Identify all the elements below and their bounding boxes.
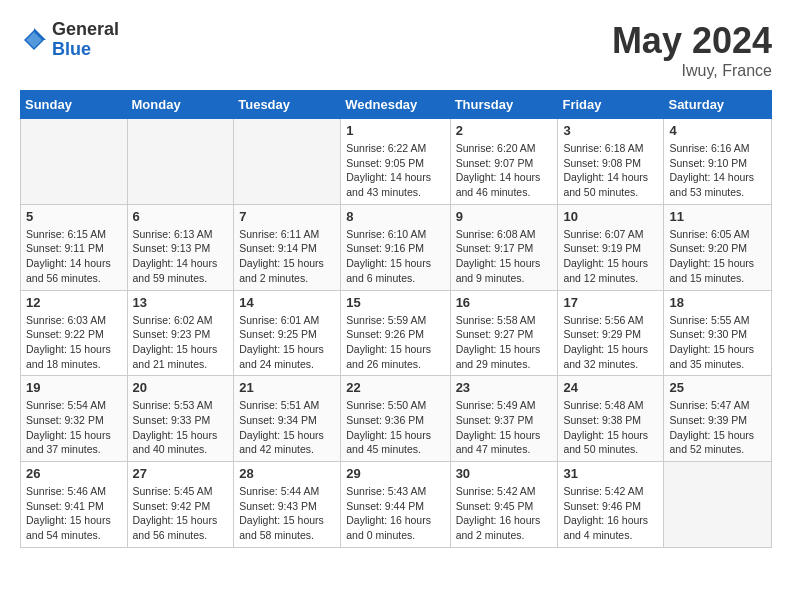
day-number: 14 — [239, 295, 335, 310]
day-info: Sunrise: 6:15 AMSunset: 9:11 PMDaylight:… — [26, 227, 122, 286]
day-info: Sunrise: 5:47 AMSunset: 9:39 PMDaylight:… — [669, 398, 766, 457]
day-number: 20 — [133, 380, 229, 395]
calendar-cell: 9Sunrise: 6:08 AMSunset: 9:17 PMDaylight… — [450, 204, 558, 290]
day-number: 30 — [456, 466, 553, 481]
day-info: Sunrise: 6:22 AMSunset: 9:05 PMDaylight:… — [346, 141, 444, 200]
day-number: 4 — [669, 123, 766, 138]
day-info: Sunrise: 5:54 AMSunset: 9:32 PMDaylight:… — [26, 398, 122, 457]
calendar-week-row: 5Sunrise: 6:15 AMSunset: 9:11 PMDaylight… — [21, 204, 772, 290]
day-number: 1 — [346, 123, 444, 138]
calendar-cell: 7Sunrise: 6:11 AMSunset: 9:14 PMDaylight… — [234, 204, 341, 290]
calendar-cell — [234, 119, 341, 205]
day-number: 2 — [456, 123, 553, 138]
day-number: 15 — [346, 295, 444, 310]
calendar-cell — [21, 119, 128, 205]
calendar-cell: 16Sunrise: 5:58 AMSunset: 9:27 PMDayligh… — [450, 290, 558, 376]
day-info: Sunrise: 6:18 AMSunset: 9:08 PMDaylight:… — [563, 141, 658, 200]
day-info: Sunrise: 6:13 AMSunset: 9:13 PMDaylight:… — [133, 227, 229, 286]
day-number: 31 — [563, 466, 658, 481]
day-number: 10 — [563, 209, 658, 224]
calendar-cell: 24Sunrise: 5:48 AMSunset: 9:38 PMDayligh… — [558, 376, 664, 462]
calendar-cell: 20Sunrise: 5:53 AMSunset: 9:33 PMDayligh… — [127, 376, 234, 462]
day-info: Sunrise: 5:53 AMSunset: 9:33 PMDaylight:… — [133, 398, 229, 457]
day-number: 7 — [239, 209, 335, 224]
day-info: Sunrise: 5:58 AMSunset: 9:27 PMDaylight:… — [456, 313, 553, 372]
calendar-cell: 6Sunrise: 6:13 AMSunset: 9:13 PMDaylight… — [127, 204, 234, 290]
calendar-cell: 28Sunrise: 5:44 AMSunset: 9:43 PMDayligh… — [234, 462, 341, 548]
day-info: Sunrise: 5:50 AMSunset: 9:36 PMDaylight:… — [346, 398, 444, 457]
location: Iwuy, France — [612, 62, 772, 80]
calendar-cell: 31Sunrise: 5:42 AMSunset: 9:46 PMDayligh… — [558, 462, 664, 548]
day-number: 3 — [563, 123, 658, 138]
col-header-sunday: Sunday — [21, 91, 128, 119]
page-header: General Blue May 2024 Iwuy, France — [20, 20, 772, 80]
calendar-cell: 13Sunrise: 6:02 AMSunset: 9:23 PMDayligh… — [127, 290, 234, 376]
calendar-cell: 23Sunrise: 5:49 AMSunset: 9:37 PMDayligh… — [450, 376, 558, 462]
calendar-cell: 5Sunrise: 6:15 AMSunset: 9:11 PMDaylight… — [21, 204, 128, 290]
calendar-cell: 17Sunrise: 5:56 AMSunset: 9:29 PMDayligh… — [558, 290, 664, 376]
col-header-thursday: Thursday — [450, 91, 558, 119]
day-info: Sunrise: 5:55 AMSunset: 9:30 PMDaylight:… — [669, 313, 766, 372]
day-number: 28 — [239, 466, 335, 481]
logo-icon — [20, 26, 48, 54]
logo-text: General Blue — [52, 20, 119, 60]
calendar-cell — [127, 119, 234, 205]
calendar-cell: 2Sunrise: 6:20 AMSunset: 9:07 PMDaylight… — [450, 119, 558, 205]
day-number: 27 — [133, 466, 229, 481]
calendar-cell — [664, 462, 772, 548]
day-number: 25 — [669, 380, 766, 395]
col-header-friday: Friday — [558, 91, 664, 119]
day-number: 29 — [346, 466, 444, 481]
day-number: 22 — [346, 380, 444, 395]
calendar-cell: 18Sunrise: 5:55 AMSunset: 9:30 PMDayligh… — [664, 290, 772, 376]
day-number: 5 — [26, 209, 122, 224]
calendar-week-row: 1Sunrise: 6:22 AMSunset: 9:05 PMDaylight… — [21, 119, 772, 205]
day-info: Sunrise: 6:07 AMSunset: 9:19 PMDaylight:… — [563, 227, 658, 286]
calendar-cell: 15Sunrise: 5:59 AMSunset: 9:26 PMDayligh… — [341, 290, 450, 376]
day-info: Sunrise: 5:43 AMSunset: 9:44 PMDaylight:… — [346, 484, 444, 543]
day-number: 24 — [563, 380, 658, 395]
day-number: 23 — [456, 380, 553, 395]
day-info: Sunrise: 5:49 AMSunset: 9:37 PMDaylight:… — [456, 398, 553, 457]
calendar-cell: 30Sunrise: 5:42 AMSunset: 9:45 PMDayligh… — [450, 462, 558, 548]
day-info: Sunrise: 5:48 AMSunset: 9:38 PMDaylight:… — [563, 398, 658, 457]
calendar-cell: 25Sunrise: 5:47 AMSunset: 9:39 PMDayligh… — [664, 376, 772, 462]
day-info: Sunrise: 6:10 AMSunset: 9:16 PMDaylight:… — [346, 227, 444, 286]
day-number: 12 — [26, 295, 122, 310]
day-info: Sunrise: 6:16 AMSunset: 9:10 PMDaylight:… — [669, 141, 766, 200]
calendar-cell: 22Sunrise: 5:50 AMSunset: 9:36 PMDayligh… — [341, 376, 450, 462]
day-number: 8 — [346, 209, 444, 224]
calendar-cell: 14Sunrise: 6:01 AMSunset: 9:25 PMDayligh… — [234, 290, 341, 376]
day-number: 16 — [456, 295, 553, 310]
day-number: 11 — [669, 209, 766, 224]
day-info: Sunrise: 5:59 AMSunset: 9:26 PMDaylight:… — [346, 313, 444, 372]
calendar-cell: 12Sunrise: 6:03 AMSunset: 9:22 PMDayligh… — [21, 290, 128, 376]
logo-blue-text: Blue — [52, 40, 119, 60]
col-header-tuesday: Tuesday — [234, 91, 341, 119]
day-info: Sunrise: 6:03 AMSunset: 9:22 PMDaylight:… — [26, 313, 122, 372]
day-info: Sunrise: 5:42 AMSunset: 9:45 PMDaylight:… — [456, 484, 553, 543]
col-header-saturday: Saturday — [664, 91, 772, 119]
calendar-table: SundayMondayTuesdayWednesdayThursdayFrid… — [20, 90, 772, 548]
day-info: Sunrise: 6:20 AMSunset: 9:07 PMDaylight:… — [456, 141, 553, 200]
calendar-header-row: SundayMondayTuesdayWednesdayThursdayFrid… — [21, 91, 772, 119]
day-number: 13 — [133, 295, 229, 310]
day-number: 26 — [26, 466, 122, 481]
logo: General Blue — [20, 20, 119, 60]
calendar-cell: 29Sunrise: 5:43 AMSunset: 9:44 PMDayligh… — [341, 462, 450, 548]
title-area: May 2024 Iwuy, France — [612, 20, 772, 80]
day-info: Sunrise: 5:45 AMSunset: 9:42 PMDaylight:… — [133, 484, 229, 543]
col-header-wednesday: Wednesday — [341, 91, 450, 119]
calendar-week-row: 12Sunrise: 6:03 AMSunset: 9:22 PMDayligh… — [21, 290, 772, 376]
calendar-cell: 11Sunrise: 6:05 AMSunset: 9:20 PMDayligh… — [664, 204, 772, 290]
day-number: 17 — [563, 295, 658, 310]
calendar-cell: 1Sunrise: 6:22 AMSunset: 9:05 PMDaylight… — [341, 119, 450, 205]
month-title: May 2024 — [612, 20, 772, 62]
day-info: Sunrise: 5:56 AMSunset: 9:29 PMDaylight:… — [563, 313, 658, 372]
col-header-monday: Monday — [127, 91, 234, 119]
day-info: Sunrise: 5:44 AMSunset: 9:43 PMDaylight:… — [239, 484, 335, 543]
calendar-cell: 10Sunrise: 6:07 AMSunset: 9:19 PMDayligh… — [558, 204, 664, 290]
day-number: 18 — [669, 295, 766, 310]
calendar-cell: 4Sunrise: 6:16 AMSunset: 9:10 PMDaylight… — [664, 119, 772, 205]
day-number: 19 — [26, 380, 122, 395]
